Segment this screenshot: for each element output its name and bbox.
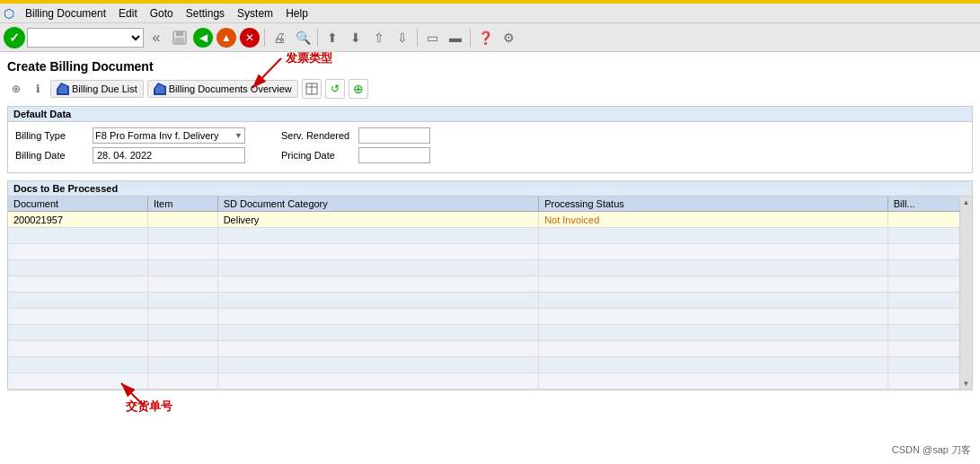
cell-item: [147, 373, 217, 390]
serv-rendered-value[interactable]: [358, 127, 430, 144]
cell-document: [8, 341, 147, 357]
toolbar: ✓ « ◀ ▲ ✕ 🖨 🔍 ⬆ ⬇ ⇧ ⇩ ▭ ▬ ❓ ⚙: [0, 23, 980, 52]
col-document: Document: [8, 197, 147, 212]
table-row[interactable]: [8, 244, 972, 260]
table-row[interactable]: [8, 373, 972, 390]
serv-rendered-row: Serv. Rendered: [281, 127, 430, 144]
menu-help[interactable]: Help: [280, 6, 313, 21]
table-row[interactable]: [8, 341, 972, 357]
table-row[interactable]: [8, 276, 972, 293]
billing-date-row: Billing Date 28. 04. 2022: [15, 147, 245, 163]
billing-due-list-btn[interactable]: Billing Due List: [50, 80, 144, 98]
find-button[interactable]: 🔍: [292, 27, 313, 48]
scrollbar[interactable]: ▲ ▼: [959, 197, 972, 390]
help-btn[interactable]: ❓: [474, 27, 496, 48]
cell-sd-category: [217, 276, 539, 293]
cell-document: [8, 373, 147, 390]
cell-item: [147, 212, 217, 228]
cell-processing-status: [539, 341, 888, 357]
menu-bar: ⬡ Billing Document Edit Goto Settings Sy…: [0, 4, 980, 23]
billing-type-value[interactable]: F8 Pro Forma Inv f. Delivery ▼: [93, 127, 245, 144]
cell-sd-category: [217, 293, 539, 309]
default-data-header: Default Data: [8, 107, 972, 122]
billing-date-value[interactable]: 28. 04. 2022: [93, 147, 245, 163]
cell-sd-category: [217, 244, 539, 260]
refresh-btn[interactable]: ↺: [325, 79, 345, 99]
table-row[interactable]: [8, 260, 972, 276]
docs-table-header: Docs to Be Processed: [8, 181, 972, 197]
cell-processing-status: [539, 293, 888, 309]
stop-button[interactable]: ✕: [240, 28, 260, 48]
print-button[interactable]: 🖨: [269, 27, 290, 48]
menu-goto[interactable]: Goto: [145, 6, 179, 21]
cell-document: [8, 260, 147, 276]
cell-processing-status: [539, 228, 888, 244]
nav-page-down[interactable]: ⇩: [392, 27, 413, 48]
col-sd-category: SD Document Category: [217, 197, 539, 212]
add-btn[interactable]: ⊕: [349, 79, 368, 99]
watermark: CSDN @sap 刀客: [892, 443, 971, 457]
cell-item: [147, 309, 217, 325]
forward-button[interactable]: ▲: [216, 28, 236, 48]
table-wrapper: Document Item SD Document Category Proce…: [8, 197, 972, 390]
left-fields: Billing Type F8 Pro Forma Inv f. Deliver…: [15, 127, 245, 167]
table-row[interactable]: [8, 325, 972, 341]
app-icon: ⬡: [4, 6, 14, 21]
cell-document: [8, 309, 147, 325]
nav-page-up[interactable]: ⇧: [368, 27, 390, 48]
svg-rect-2: [175, 38, 184, 43]
cell-processing-status: [539, 276, 888, 293]
table-row[interactable]: [8, 228, 972, 244]
cell-processing-status: Not Invoiced: [539, 212, 888, 228]
billing-date-label: Billing Date: [15, 150, 87, 161]
cell-sd-category: [217, 228, 539, 244]
cell-processing-status: [539, 260, 888, 276]
back-button[interactable]: ◀: [193, 28, 213, 48]
pricing-date-value[interactable]: [358, 147, 430, 163]
sep3: [417, 29, 418, 47]
save-button[interactable]: [169, 27, 190, 48]
layout-btn1[interactable]: ▭: [421, 27, 443, 48]
cell-item: [147, 228, 217, 244]
table-row[interactable]: [8, 293, 972, 309]
first-nav-button[interactable]: «: [146, 27, 167, 48]
invoice-type-arrow: [236, 54, 308, 94]
menu-billing-document[interactable]: Billing Document: [20, 6, 111, 21]
menu-edit[interactable]: Edit: [113, 6, 143, 21]
menu-system[interactable]: System: [232, 6, 278, 21]
cell-item: [147, 341, 217, 357]
cell-sd-category: [217, 341, 539, 357]
checkmark-button[interactable]: ✓: [4, 27, 25, 48]
default-data-section: Default Data Billing Type F8 Pro Forma I…: [7, 106, 973, 173]
col-item: Item: [147, 197, 217, 212]
table-row[interactable]: 200021957DeliveryNot Invoiced: [8, 212, 972, 228]
cell-document: [8, 357, 147, 373]
nav-down-button[interactable]: ⬇: [345, 27, 366, 48]
cell-document: [8, 228, 147, 244]
cell-processing-status: [539, 309, 888, 325]
col-processing-status: Processing Status: [539, 197, 888, 212]
table-row[interactable]: [8, 309, 972, 325]
svg-line-4: [252, 58, 281, 88]
cell-sd-category: [217, 325, 539, 341]
sep1: [264, 29, 265, 47]
layout-btn2[interactable]: ▬: [445, 27, 466, 48]
cell-processing-status: [539, 357, 888, 373]
cell-item: [147, 293, 217, 309]
copy-btn[interactable]: ⊕: [7, 80, 25, 98]
command-field[interactable]: [27, 28, 144, 48]
billing-type-row: Billing Type F8 Pro Forma Inv f. Deliver…: [15, 127, 245, 144]
info-btn[interactable]: ℹ: [29, 80, 47, 98]
menu-settings[interactable]: Settings: [181, 6, 230, 21]
billing-due-list-icon: [57, 83, 69, 95]
table-header-row: Document Item SD Document Category Proce…: [8, 197, 972, 212]
right-fields: Serv. Rendered Pricing Date: [281, 127, 430, 167]
billing-docs-overview-icon: [154, 83, 166, 95]
cell-item: [147, 244, 217, 260]
cell-item: [147, 260, 217, 276]
settings-btn[interactable]: ⚙: [498, 27, 519, 48]
nav-up-button[interactable]: ⬆: [322, 27, 343, 48]
cell-document: [8, 325, 147, 341]
table-row[interactable]: [8, 357, 972, 373]
docs-table-section: Docs to Be Processed Document Item SD Do…: [7, 180, 973, 390]
